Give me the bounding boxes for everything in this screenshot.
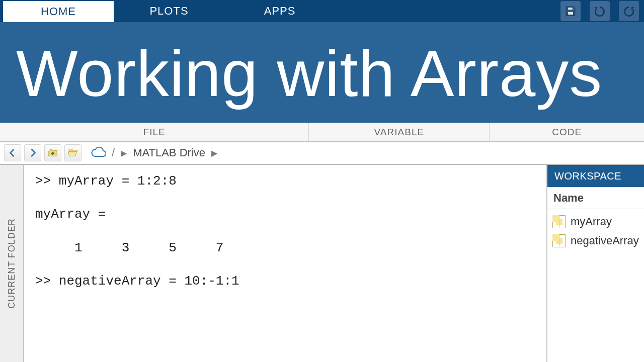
cmd-line: >> myArray = 1:2:8: [35, 171, 535, 191]
nav-buttons: [4, 144, 82, 161]
svg-rect-0: [568, 7, 573, 10]
back-button[interactable]: [4, 144, 21, 161]
address-bar: / ▶ MATLAB Drive ▶: [0, 142, 644, 165]
workspace-column-name[interactable]: Name: [547, 187, 644, 209]
up-folder-button[interactable]: [44, 144, 61, 161]
cloud-icon: [91, 147, 106, 158]
path-breadcrumb[interactable]: / ▶ MATLAB Drive ▶: [91, 146, 217, 159]
cmd-blank: [35, 191, 535, 204]
cmd-blank: [35, 225, 535, 238]
cmd-line: myArray =: [35, 204, 535, 224]
cmd-line: 1 3 5 7: [35, 238, 535, 258]
chevron-right-icon: ▶: [211, 148, 217, 158]
path-root-sep: /: [112, 146, 115, 159]
variable-icon: [552, 215, 566, 228]
quick-access-toolbar: [555, 0, 644, 22]
forward-button[interactable]: [24, 144, 41, 161]
redo-icon: [622, 5, 635, 18]
hero-banner: Working with Arrays: [0, 22, 644, 123]
section-code: CODE: [490, 123, 644, 141]
command-window[interactable]: >> myArray = 1:2:8 myArray = 1 3 5 7 >> …: [24, 165, 546, 362]
content-area: CURRENT FOLDER >> myArray = 1:2:8 myArra…: [0, 165, 644, 362]
tab-plots[interactable]: PLOTS: [114, 0, 224, 22]
cmd-blank: [35, 258, 535, 271]
workspace-header[interactable]: WORKSPACE: [547, 165, 644, 187]
cmd-line: >> negativeArray = 10:-1:1: [35, 271, 535, 291]
tab-apps[interactable]: APPS: [224, 0, 335, 22]
browse-folder-button[interactable]: [64, 144, 82, 161]
section-file: FILE: [0, 123, 309, 141]
save-icon: [564, 5, 577, 18]
current-folder-label: CURRENT FOLDER: [7, 218, 17, 309]
arrow-left-icon: [7, 147, 18, 158]
workspace-variable[interactable]: myArray: [547, 212, 644, 231]
tabstrip-spacer: [335, 0, 555, 22]
hero-title: Working with Arrays: [16, 36, 602, 111]
variable-name: negativeArray: [571, 234, 639, 247]
undo-icon: [593, 5, 606, 18]
chevron-right-icon: ▶: [121, 148, 127, 158]
folder-open-icon: [67, 147, 78, 158]
current-folder-panel-collapsed[interactable]: CURRENT FOLDER: [0, 165, 24, 362]
tab-home[interactable]: HOME: [3, 1, 114, 22]
tabstrip: HOME PLOTS APPS: [0, 0, 644, 22]
workspace-list: myArray negativeArray: [547, 209, 644, 253]
undo-button[interactable]: [590, 1, 610, 21]
arrow-right-icon: [27, 147, 38, 158]
folder-up-icon: [47, 147, 58, 158]
workspace-panel: WORKSPACE Name myArray negativeArray: [546, 165, 644, 362]
variable-icon: [552, 234, 566, 247]
path-segment[interactable]: MATLAB Drive: [133, 146, 205, 159]
save-button[interactable]: [560, 1, 581, 21]
section-variable: VARIABLE: [309, 123, 490, 141]
variable-name: myArray: [571, 215, 612, 228]
workspace-variable[interactable]: negativeArray: [547, 231, 644, 250]
toolstrip-sections: FILE VARIABLE CODE: [0, 123, 644, 142]
redo-button[interactable]: [619, 1, 639, 21]
svg-rect-1: [568, 12, 574, 15]
